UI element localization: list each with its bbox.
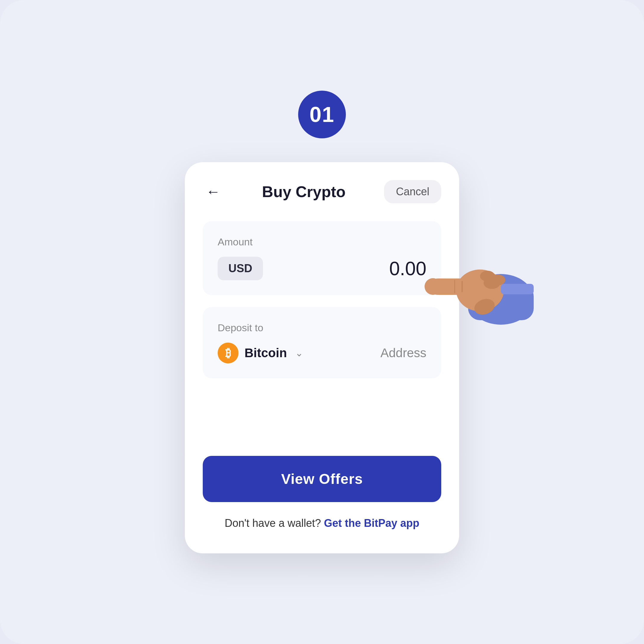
svg-rect-1 [468, 284, 534, 320]
address-label[interactable]: Address [380, 346, 426, 360]
bitcoin-selector[interactable]: ₿ Bitcoin ⌄ [218, 343, 303, 363]
bottom-text: Don't have a wallet? Get the BitPay app [203, 517, 441, 530]
svg-point-6 [484, 277, 500, 289]
deposit-row: ₿ Bitcoin ⌄ Address [218, 343, 426, 363]
svg-rect-11 [501, 284, 534, 294]
cancel-button[interactable]: Cancel [384, 180, 441, 203]
step-number: 01 [309, 102, 335, 127]
amount-value[interactable]: 0.00 [389, 258, 426, 280]
page-wrapper: 01 ← Buy Crypto Cancel Amount USD 0.00 [0, 0, 644, 644]
screen-title: Buy Crypto [262, 183, 346, 201]
deposit-section: Deposit to ₿ Bitcoin ⌄ Address [203, 307, 441, 378]
svg-point-8 [490, 275, 505, 285]
deposit-label: Deposit to [218, 322, 426, 334]
svg-point-2 [456, 270, 504, 311]
phone-card: ← Buy Crypto Cancel Amount USD 0.00 Depo… [185, 162, 459, 553]
phone-header: ← Buy Crypto Cancel [203, 180, 441, 203]
svg-point-5 [472, 296, 497, 318]
svg-point-7 [480, 271, 495, 281]
chevron-down-icon: ⌄ [295, 347, 303, 359]
view-offers-button[interactable]: View Offers [203, 456, 441, 502]
amount-row: USD 0.00 [218, 257, 426, 280]
phone-container: ← Buy Crypto Cancel Amount USD 0.00 Depo… [185, 162, 459, 553]
step-badge: 01 [298, 91, 346, 138]
svg-point-0 [468, 274, 534, 325]
amount-section: Amount USD 0.00 [203, 221, 441, 295]
amount-label: Amount [218, 236, 426, 248]
bitpay-app-link[interactable]: Get the BitPay app [324, 517, 419, 529]
bitcoin-label: Bitcoin [244, 346, 287, 360]
back-arrow-icon: ← [206, 185, 220, 199]
bitcoin-icon: ₿ [218, 343, 239, 363]
back-button[interactable]: ← [203, 181, 224, 202]
bottom-static-text: Don't have a wallet? [225, 517, 321, 529]
content-spacer [203, 396, 441, 456]
currency-badge[interactable]: USD [218, 257, 263, 280]
